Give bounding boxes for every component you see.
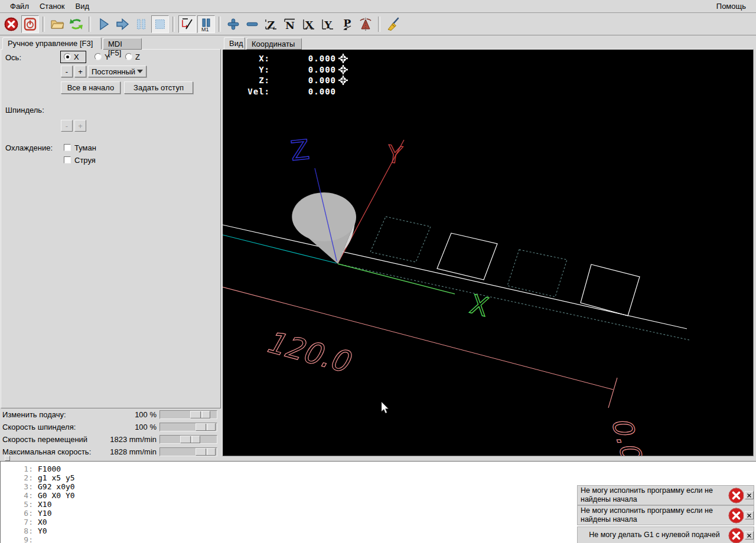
view-side-x-icon: X <box>301 17 317 32</box>
clear-plot-button[interactable] <box>384 15 402 33</box>
zoom-out-button[interactable] <box>243 15 261 33</box>
menu-machine[interactable]: Станок <box>34 1 70 12</box>
view-rotated-top-button[interactable]: N <box>281 15 299 33</box>
resize-grip[interactable] <box>5 456 10 461</box>
readout-row-vel: Vel: 0.000 <box>223 86 348 97</box>
gcode-line-number: 7: <box>1 518 33 526</box>
optional-stop-toggle[interactable]: M1 <box>197 15 215 33</box>
gcode-line-text: X0 <box>38 518 47 526</box>
notification-popup: Не могу делать G1 с нулевой подачей <box>577 526 754 543</box>
max-velocity-slider[interactable] <box>159 447 217 456</box>
axis-z-radio[interactable] <box>125 53 132 60</box>
notification-popup: Не могу исполнить программу если не найд… <box>577 505 754 525</box>
jog-minus-button[interactable]: - <box>61 66 73 77</box>
axis-x-radio[interactable] <box>64 53 71 60</box>
notification-popup: Не могу исполнить программу если не найд… <box>577 485 754 505</box>
spindle-minus-button[interactable]: - <box>61 120 73 132</box>
machine-power-button[interactable] <box>21 15 39 33</box>
reload-icon <box>69 17 84 32</box>
axis-label: Ось: <box>5 53 21 62</box>
slider-handle[interactable] <box>195 423 216 431</box>
view-side-button[interactable]: X <box>300 15 318 33</box>
rotate-view-button[interactable] <box>357 15 374 33</box>
step-button[interactable] <box>113 15 131 33</box>
rapid-path-dashed <box>338 264 689 340</box>
stop-button[interactable] <box>151 15 169 33</box>
axis-x-radio-label: X <box>74 53 79 61</box>
menu-file[interactable]: Файл <box>5 1 34 12</box>
tab-mdi[interactable]: MDI [F5] <box>103 38 142 50</box>
slider-handle[interactable] <box>190 411 210 418</box>
tab-mdi-label: MDI [F5] <box>108 40 122 57</box>
jog-plus-button[interactable]: + <box>74 66 86 77</box>
spindle-label: Шпиндель: <box>5 106 44 115</box>
gcode-line-text: F1000 <box>38 465 61 473</box>
estop-button[interactable] <box>2 15 20 33</box>
readout-label: Z: <box>223 76 270 85</box>
menu-view[interactable]: Вид <box>70 1 95 12</box>
view-front-button[interactable]: Y <box>319 15 337 33</box>
notification-close-button[interactable] <box>745 511 754 519</box>
rotate-cone-icon <box>358 17 373 32</box>
view-perspective-button[interactable]: P <box>338 15 356 33</box>
spindle-override-slider[interactable] <box>159 423 217 431</box>
toolpath-icon <box>180 17 195 32</box>
path-square-solid-2 <box>581 264 640 316</box>
chevron-down-icon <box>137 70 143 73</box>
slider-handle[interactable] <box>195 448 216 456</box>
gcode-line-number: 8: <box>1 526 33 535</box>
spindle-plus-button[interactable]: + <box>74 120 86 132</box>
step-icon <box>115 17 130 32</box>
readout-label: X: <box>223 54 270 63</box>
error-icon <box>728 508 744 524</box>
toolbar-separator <box>89 17 91 32</box>
menu-help[interactable]: Помощь <box>711 1 751 12</box>
jog-speed-slider[interactable] <box>159 435 217 444</box>
notification-text: Не могу исполнить программу если не найд… <box>578 506 728 525</box>
zoom-in-button[interactable] <box>224 15 242 33</box>
tool-cone <box>292 192 356 264</box>
tab-preview[interactable]: Вид <box>224 37 245 50</box>
notification-close-button[interactable] <box>745 531 754 539</box>
tab-dro-label: Координаты <box>252 40 295 48</box>
notification-close-button[interactable] <box>745 491 754 499</box>
readout-row-x: X: 0.000 <box>223 53 348 64</box>
jog-speed-label: Скорость перемещений <box>2 435 87 444</box>
notification-text: Не могу делать G1 с нулевой подачей <box>578 530 728 541</box>
reload-button[interactable] <box>67 15 85 33</box>
gcode-line-number: 4: <box>1 491 33 500</box>
feed-override-slider[interactable] <box>159 410 217 419</box>
readout-row-z: Z: 0.000 <box>223 75 348 86</box>
run-button[interactable] <box>94 15 112 33</box>
jog-mode-dropdown[interactable]: Постоянный <box>88 66 146 77</box>
set-offset-button[interactable]: Задать отступ <box>124 81 193 94</box>
stop-icon <box>152 17 168 32</box>
toolpath-display-toggle[interactable] <box>178 15 196 33</box>
gcode-line-number: 2: <box>1 473 33 482</box>
mist-checkbox[interactable] <box>64 144 71 151</box>
tab-dro[interactable]: Координаты <box>246 38 302 50</box>
max-velocity-value: 1828 mm/min <box>77 447 157 456</box>
home-all-button[interactable]: Все в начало <box>61 81 120 94</box>
dimension-y-text: 0.0 <box>605 413 648 456</box>
open-file-button[interactable] <box>48 15 66 33</box>
tab-manual-control[interactable]: Ручное управление [F3] <box>2 37 102 50</box>
svg-text:N: N <box>285 19 295 31</box>
menubar: Файл Станок Вид Помощь <box>0 0 756 13</box>
feed-override-label: Изменить подачу: <box>2 410 66 419</box>
flood-checkbox[interactable] <box>64 156 71 163</box>
estop-icon <box>4 17 19 32</box>
pause-button[interactable] <box>132 15 150 33</box>
view-top-z-icon: Z <box>263 17 279 32</box>
preview-canvas[interactable]: Z Y X 120.0 0.0 X: 0.000 Y: 0.000 <box>222 49 754 456</box>
dimension-tick <box>608 378 617 408</box>
toolbar: M1 Z N X Y <box>0 14 756 35</box>
homed-icon <box>338 54 348 63</box>
gcode-line: 1:F1000 <box>1 465 756 473</box>
view-perspective-icon: P <box>339 17 354 32</box>
slider-handle[interactable] <box>180 436 200 443</box>
axis-y-radio[interactable] <box>94 53 102 60</box>
home-all-label: Все в начало <box>67 83 115 92</box>
view-top-button[interactable]: Z <box>262 15 280 33</box>
mist-checkbox-label: Туман <box>74 143 96 152</box>
